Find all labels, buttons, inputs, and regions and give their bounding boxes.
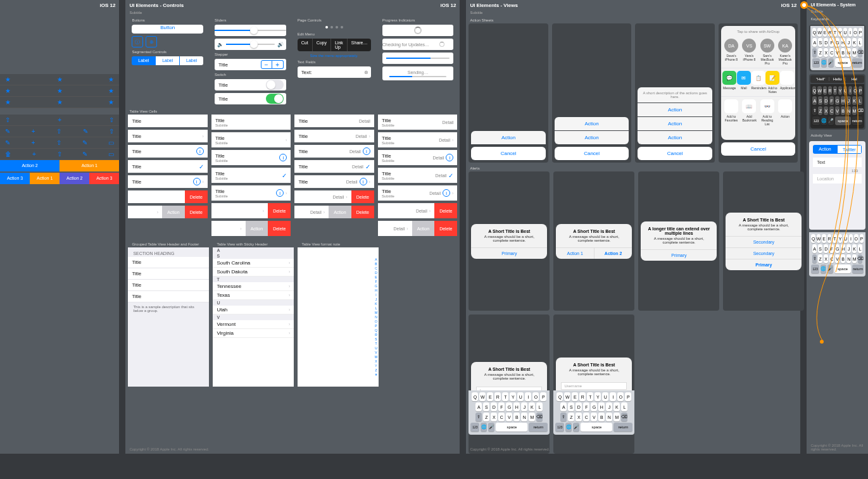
key-return[interactable]: return <box>852 264 864 273</box>
key[interactable]: V <box>506 413 512 421</box>
key[interactable]: U <box>602 392 608 401</box>
action-button[interactable]: Action <box>162 206 184 218</box>
airdrop-target[interactable]: DADave'siPhone 8 <box>724 39 738 65</box>
key[interactable]: O <box>853 86 857 95</box>
key[interactable]: E <box>823 86 827 95</box>
key[interactable]: M <box>529 413 535 421</box>
key[interactable]: G <box>506 402 512 411</box>
compose-icon[interactable]: ✎ <box>82 139 87 146</box>
key[interactable]: S <box>483 402 489 411</box>
index-bar[interactable]: ABCDEFGHIJKLMNOPQRSTUVWXYZ# <box>375 247 378 387</box>
alert-primary[interactable]: Primary <box>471 247 547 259</box>
key[interactable]: B <box>841 48 845 57</box>
key[interactable]: U <box>517 392 524 401</box>
table-row[interactable]: TitleSubtitleDetail› <box>378 132 458 147</box>
suggestion[interactable]: Hello <box>829 77 846 81</box>
segment[interactable]: Label <box>132 56 155 65</box>
key-space[interactable]: space <box>835 58 851 67</box>
table-row[interactable]: TitleSubtitle <box>211 115 291 130</box>
action-button[interactable]: Action <box>555 117 629 130</box>
key[interactable]: W <box>564 392 570 401</box>
key[interactable]: K <box>529 402 535 411</box>
share-icon[interactable]: ⇧ <box>57 151 62 158</box>
key[interactable]: T <box>502 392 508 401</box>
key[interactable]: P <box>859 28 862 37</box>
key[interactable]: W <box>817 86 822 95</box>
table-row[interactable]: Vermont› <box>213 320 294 329</box>
key[interactable]: N <box>846 48 851 57</box>
suggestion[interactable]: Hel <box>846 77 862 81</box>
alert-secondary[interactable]: Secondary <box>726 247 802 259</box>
key[interactable]: H <box>841 244 845 253</box>
switch-off[interactable] <box>266 80 284 90</box>
key[interactable]: N <box>521 413 527 421</box>
key[interactable]: C <box>829 106 834 115</box>
key[interactable]: A <box>812 244 817 253</box>
keyboard-light[interactable]: QWERTYUIOPASDFGHJKL⇧ZXCVBNM⌫123🌐🎤spacere… <box>469 390 550 435</box>
key[interactable]: K <box>613 402 620 411</box>
table-row[interactable]: › <box>211 203 268 218</box>
key[interactable]: L <box>536 402 543 411</box>
action-button[interactable]: Action 2 <box>0 160 60 171</box>
info-icon[interactable]: ⓘ <box>132 36 143 47</box>
menu-cut[interactable]: Cut <box>298 39 313 51</box>
segmented-control[interactable]: Label Label Label <box>132 56 203 65</box>
menu-copy[interactable]: Copy <box>313 39 331 51</box>
key[interactable]: Q <box>811 234 815 243</box>
share-icon[interactable]: ⇧ <box>56 139 61 146</box>
menu-linkup[interactable]: Link Up <box>331 39 348 51</box>
key[interactable]: B <box>841 254 845 263</box>
key[interactable]: E <box>572 392 578 401</box>
info-icon[interactable]: i <box>363 147 370 155</box>
key[interactable]: E <box>823 28 827 37</box>
key[interactable]: R <box>828 86 832 95</box>
key[interactable]: X <box>824 254 828 263</box>
key-space[interactable]: space <box>834 264 852 273</box>
key[interactable]: P <box>540 392 546 401</box>
compose-icon[interactable]: ✎ <box>82 151 87 158</box>
key[interactable]: T <box>833 86 837 95</box>
key[interactable]: T <box>833 234 836 243</box>
key[interactable]: M <box>852 48 857 57</box>
stepper-plus[interactable]: + <box>272 60 284 69</box>
key[interactable]: A <box>812 38 817 47</box>
key[interactable]: R <box>827 234 831 243</box>
key[interactable]: ⇧ <box>812 254 817 263</box>
key-mic[interactable]: 🎤 <box>573 423 579 432</box>
calendar-icon[interactable]: ▭ <box>108 151 114 158</box>
key[interactable]: I <box>848 86 852 95</box>
key[interactable]: V <box>835 254 840 263</box>
key-numbers[interactable]: 123 <box>812 116 820 125</box>
calendar-icon[interactable]: ▭ <box>108 139 114 146</box>
table-row[interactable]: Title <box>128 115 208 127</box>
key[interactable]: J <box>606 402 612 411</box>
share-action[interactable]: 📖AddBookmark <box>742 99 756 126</box>
airdrop-target[interactable]: VSVera'siPhone 8 <box>742 39 756 65</box>
key[interactable]: Y <box>838 234 842 243</box>
key[interactable]: L <box>858 38 862 47</box>
key[interactable]: L <box>621 402 627 411</box>
alert-secondary[interactable]: Secondary <box>726 236 802 247</box>
add-contact-icon[interactable]: ⊕ <box>146 36 157 47</box>
key[interactable]: N <box>846 106 851 115</box>
action-button[interactable]: Action 1 <box>30 173 60 184</box>
segment[interactable]: Label <box>179 56 203 65</box>
key[interactable]: X <box>491 413 497 421</box>
plus-icon[interactable]: + <box>58 116 61 123</box>
key[interactable]: C <box>583 413 589 421</box>
key[interactable]: S <box>818 96 822 105</box>
table-row[interactable]: TitleSubtitle✓ <box>211 168 291 183</box>
share-icon[interactable]: ⇧ <box>109 128 114 135</box>
cancel-button[interactable]: Cancel <box>638 147 712 160</box>
action-button[interactable]: Action <box>638 131 712 144</box>
key[interactable]: Q <box>472 392 478 401</box>
plus-icon[interactable]: + <box>31 139 35 146</box>
key-mic[interactable]: 🎤 <box>828 58 834 67</box>
action-button[interactable]: Action <box>638 103 712 116</box>
key[interactable]: F <box>829 244 834 253</box>
key[interactable]: H <box>841 96 845 105</box>
key[interactable]: I <box>848 28 852 37</box>
alert-primary[interactable]: Primary <box>726 259 802 270</box>
delete-button[interactable]: Delete <box>185 190 208 203</box>
key[interactable]: T <box>833 28 837 37</box>
